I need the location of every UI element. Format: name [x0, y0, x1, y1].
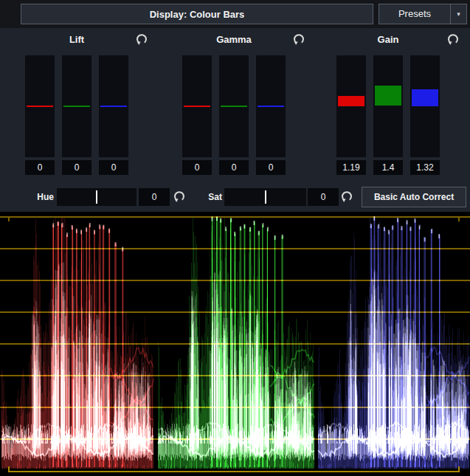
gain-red-handle[interactable]	[338, 96, 364, 106]
presets-button[interactable]: Presets ▾	[379, 4, 467, 24]
gamma-green-handle[interactable]	[221, 106, 247, 107]
sat-reset-icon[interactable]	[340, 190, 353, 203]
lift-green-slider[interactable]	[62, 55, 91, 157]
hue-reset-icon[interactable]	[173, 190, 186, 203]
hue-slider[interactable]	[57, 188, 136, 206]
gamma-blue-handle[interactable]	[258, 106, 284, 107]
basic-auto-correct-label: Basic Auto Correct	[374, 192, 454, 202]
gain-green-handle[interactable]	[375, 86, 401, 106]
lift-blue-handle[interactable]	[100, 106, 127, 107]
lift-green-handle[interactable]	[63, 106, 90, 107]
gain-reset-icon[interactable]	[446, 32, 460, 46]
gamma-reset-icon[interactable]	[292, 32, 305, 46]
hue-value[interactable]: 0	[139, 188, 170, 206]
top-bar: Display: Colour Bars Presets ▾	[0, 0, 470, 28]
gamma-red-value[interactable]: 0	[182, 160, 212, 175]
gamma-red-handle[interactable]	[184, 106, 210, 107]
display-mode-button[interactable]: Display: Colour Bars	[21, 4, 373, 24]
presets-label: Presets	[379, 4, 450, 24]
gamma-blue-value[interactable]: 0	[256, 160, 286, 175]
gain-blue-slider[interactable]	[410, 55, 440, 157]
lift-reset-icon[interactable]	[135, 32, 148, 46]
lift-blue-value[interactable]: 0	[99, 160, 128, 175]
colour-correction-panel: Display: Colour Bars Presets ▾ Lift 0 0	[0, 0, 470, 476]
lift-blue-slider[interactable]	[99, 55, 128, 157]
lift-red-slider[interactable]	[25, 55, 55, 157]
rgb-parade-waveform-display	[0, 212, 470, 476]
gain-red-slider[interactable]	[336, 55, 366, 157]
sat-value[interactable]: 0	[308, 188, 339, 206]
lift-red-handle[interactable]	[27, 106, 53, 107]
gain-blue-handle[interactable]	[412, 89, 438, 106]
gamma-green-value[interactable]: 0	[219, 160, 249, 175]
sat-label: Sat	[201, 187, 222, 207]
hue-slider-marker[interactable]	[96, 190, 97, 204]
gamma-red-slider[interactable]	[182, 55, 212, 157]
chevron-down-icon[interactable]: ▾	[450, 4, 466, 24]
lift-green-value[interactable]: 0	[62, 160, 91, 175]
gain-green-value[interactable]: 1.4	[373, 160, 403, 175]
gamma-green-slider[interactable]	[219, 55, 249, 157]
sat-slider[interactable]	[224, 188, 306, 206]
gain-blue-value[interactable]: 1.32	[410, 160, 440, 175]
hue-label: Hue	[30, 187, 54, 207]
gain-group: Gain 1.19 1.4 1.32	[336, 31, 440, 176]
lift-group: Lift 0 0 0	[25, 31, 128, 176]
sat-slider-marker[interactable]	[265, 190, 266, 204]
gamma-blue-slider[interactable]	[256, 55, 286, 157]
gain-red-value[interactable]: 1.19	[336, 160, 366, 175]
display-mode-label: Display: Colour Bars	[150, 9, 245, 20]
lift-red-value[interactable]: 0	[25, 160, 55, 175]
gamma-group: Gamma 0 0 0	[182, 31, 286, 176]
gain-green-slider[interactable]	[373, 55, 403, 157]
basic-auto-correct-button[interactable]: Basic Auto Correct	[362, 187, 466, 207]
